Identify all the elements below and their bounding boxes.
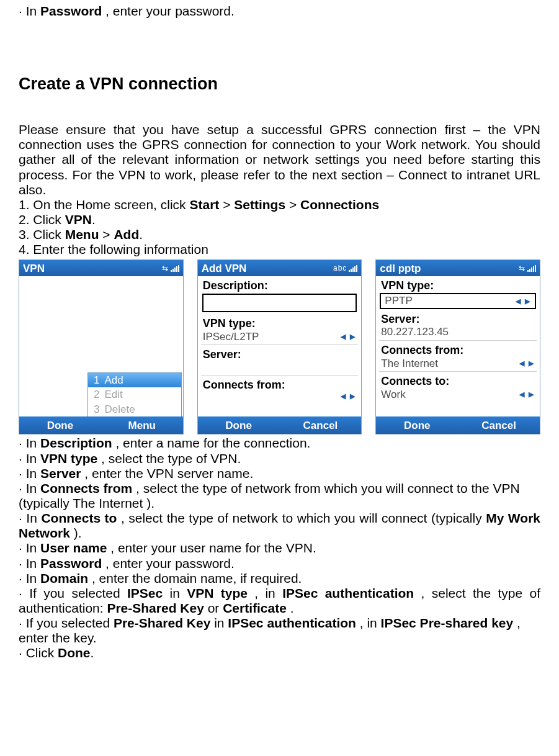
text: 1. On the Home screen, click (19, 197, 189, 212)
bullet-description: · In Description , enter a name for the … (19, 436, 540, 451)
signal-icon (349, 264, 357, 272)
left-right-icon: ◀ ▶ (516, 297, 531, 305)
text: > (99, 227, 114, 241)
text: > (219, 197, 234, 212)
label-server: Server: (198, 345, 362, 361)
b: User name (40, 541, 107, 555)
value-text: The Internet (381, 358, 438, 370)
t: ). (70, 526, 82, 540)
b: Certificate (223, 601, 287, 615)
vpn-type-selector[interactable]: PPTP ◀ ▶ (380, 293, 536, 309)
b: Menu (65, 227, 99, 241)
title-text: Add VPN (202, 263, 247, 275)
text: 3. Click (19, 227, 65, 241)
screenshots-row: VPN ⇆ 1Add 2Edit 3Delete Done Menu (19, 259, 540, 434)
softkey-menu[interactable]: Menu (101, 416, 183, 434)
b: IPSec authentication (282, 586, 414, 600)
left-right-icon: ◀ ▶ (341, 392, 356, 400)
softkey-cancel[interactable]: Cancel (458, 416, 540, 434)
menu-item-edit[interactable]: 2Edit (88, 387, 181, 402)
status-icons: ⇆ (162, 264, 179, 273)
description-input[interactable] (202, 294, 357, 312)
intro-paragraph: Please ensure that you have setup a succ… (19, 122, 540, 197)
b: Connects from (40, 481, 132, 495)
left-right-icon: ◀ ▶ (519, 390, 535, 398)
bullet-server: · In Server , enter the VPN server name. (19, 466, 540, 481)
bullet-pre-shared-key: · If you selected Pre-Shared Key in IPSe… (19, 616, 540, 646)
label: Edit (104, 389, 122, 400)
connects-from-selector[interactable]: ◀ ▶ (198, 392, 362, 402)
text: > (285, 197, 300, 212)
bullet-connects-from: · In Connects from , select the type of … (19, 481, 540, 511)
b: Connects to (41, 511, 117, 525)
step-2: 2. Click VPN. (19, 212, 540, 227)
b: IPSec (127, 586, 163, 600)
t: or (204, 601, 223, 615)
b: Done (58, 646, 91, 660)
softkey-done[interactable]: Done (198, 416, 280, 434)
server-value[interactable]: 80.227.123.45 (376, 325, 540, 340)
t: in (163, 586, 187, 600)
softkey-bar: Done Cancel (376, 416, 540, 434)
t: , enter your user name for the VPN. (107, 541, 316, 555)
step-1: 1. On the Home screen, click Start > Set… (19, 197, 540, 212)
label: Delete (104, 403, 135, 415)
t: . (91, 646, 94, 660)
bullet-click-done: · Click Done. (19, 646, 540, 660)
titlebar: Add VPN abc (198, 260, 362, 276)
bullet-password: · In Password , enter your password. (19, 556, 540, 571)
softkey-done[interactable]: Done (376, 416, 458, 434)
phone-screen-vpn-list: VPN ⇆ 1Add 2Edit 3Delete Done Menu (19, 259, 184, 434)
connects-from-selector[interactable]: The Internet ◀ ▶ (376, 357, 540, 372)
value-text: 80.227.123.45 (381, 326, 449, 338)
titlebar: VPN ⇆ (19, 260, 183, 276)
text: 2. Click (19, 212, 65, 227)
step-4: 4. Enter the following information (19, 242, 540, 257)
step-3: 3. Click Menu > Add. (19, 227, 540, 242)
b: IPSec Pre-shared key (381, 616, 514, 630)
connects-to-selector[interactable]: Work ◀ ▶ (376, 388, 540, 403)
t: , select the type of VPN. (97, 451, 241, 466)
value-text: PPTP (385, 295, 412, 307)
sync-icon: ⇆ (519, 264, 525, 273)
t: · In (19, 481, 40, 495)
menu-item-add[interactable]: 1Add (88, 373, 181, 388)
b: VPN type (40, 451, 97, 466)
b: Domain (40, 571, 88, 585)
bullet-user-name: · In User name , enter your user name fo… (19, 541, 540, 556)
softkey-cancel[interactable]: Cancel (280, 416, 362, 434)
t: . (287, 601, 294, 615)
softkey-done[interactable]: Done (19, 416, 101, 434)
text: , enter your password. (102, 4, 235, 18)
label-description: Description: (198, 276, 362, 292)
value-text: Work (381, 389, 405, 401)
t: · In (19, 556, 40, 570)
label-vpn-type: VPN type: (198, 314, 362, 330)
phone-screen-vpn-detail: cdl pptp ⇆ VPN type: PPTP ◀ ▶ Server: 80… (375, 259, 540, 434)
b: VPN type (187, 586, 248, 600)
phone-screen-add-vpn: Add VPN abc Description: VPN type: IPSec… (197, 259, 362, 434)
label-connects-to: Connects to: (376, 372, 540, 388)
t: , in (356, 616, 381, 630)
t: , enter your password. (102, 556, 235, 570)
b: Password (40, 556, 102, 570)
input-mode: abc (333, 264, 347, 273)
b: Server (40, 466, 81, 480)
bullet-password-top: · In Password , enter your password. (19, 4, 540, 19)
bullet-connects-to: · In Connects to , select the type of ne… (19, 511, 540, 541)
t: , select the type of network to which yo… (117, 511, 486, 525)
t: · In (19, 451, 40, 466)
body: 1Add 2Edit 3Delete (19, 276, 183, 416)
title-text: VPN (23, 263, 45, 275)
label-connects-from: Connects from: (376, 341, 540, 357)
context-menu: 1Add 2Edit 3Delete (87, 372, 182, 417)
softkey-bar: Done Cancel (198, 416, 362, 434)
t: · If you selected (19, 586, 127, 600)
b: Pre-Shared Key (107, 601, 203, 615)
signal-icon (171, 264, 179, 272)
menu-item-delete[interactable]: 3Delete (88, 402, 181, 417)
b: Add (114, 227, 139, 241)
vpn-type-selector[interactable]: IPSec/L2TP ◀ ▶ (198, 330, 362, 345)
b: VPN (65, 212, 92, 227)
t: · In (19, 541, 40, 555)
